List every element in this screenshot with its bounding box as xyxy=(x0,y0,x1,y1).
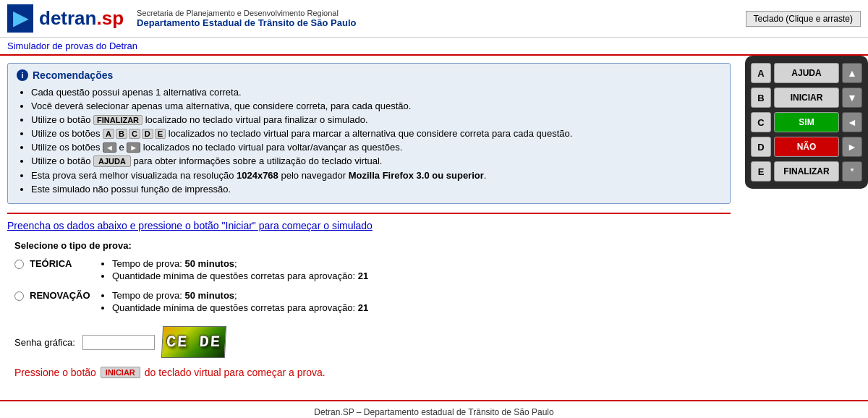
kb-nav-star[interactable]: * xyxy=(842,161,862,182)
senha-row: Senha gráfica: CE DE xyxy=(14,326,723,358)
teorica-detail2: Quantidade mínima de questões corretas p… xyxy=(112,270,368,281)
ajuda-inline-btn: AJUDA xyxy=(93,155,131,167)
teorica-details: Tempo de prova: 50 minutos; Quantidade m… xyxy=(101,258,368,283)
radio-row-teorica: TEÓRICA Tempo de prova: 50 minutos; Quan… xyxy=(14,258,723,283)
main-wrapper: A AJUDA ▲ B INICIAR ▼ C SIM ◄ D NÃO ► E … xyxy=(0,56,868,385)
kb-nao-button[interactable]: NÃO xyxy=(774,137,839,157)
keyboard-hint-label[interactable]: Teclado (Clique e arraste) xyxy=(746,11,861,27)
logo-text: detran.sp xyxy=(39,7,124,30)
kb-nav-left[interactable]: ◄ xyxy=(842,112,862,132)
senha-input[interactable] xyxy=(82,335,155,350)
teorica-detail1: Tempo de prova: 50 minutos; xyxy=(112,258,368,269)
nav-left-inline: ◄ xyxy=(103,142,116,153)
kb-letter-c[interactable]: C xyxy=(751,112,771,132)
start-text2: do teclado virtual para começar a prova. xyxy=(145,367,326,378)
subtitle-line2: Departamento Estadual de Trânsito de São… xyxy=(137,17,356,28)
page-title-link[interactable]: Simulador de provas do Detran xyxy=(7,40,137,51)
rec-item-7: Esta prova será melhor visualizada na re… xyxy=(31,170,721,181)
kb-letter-e[interactable]: E xyxy=(751,161,771,182)
recommendations-title: i Recomendações xyxy=(17,69,721,81)
kb-nav-up[interactable]: ▲ xyxy=(842,63,862,83)
captcha-text: CE DE xyxy=(166,333,221,351)
form-section-title: Preencha os dados abaixo e pressione o b… xyxy=(7,220,731,231)
kb-row-d: D NÃO ► xyxy=(751,137,862,157)
kb-row-b: B INICIAR ▼ xyxy=(751,88,862,108)
kb-letter-d[interactable]: D xyxy=(751,137,771,157)
kb-finalizar-button[interactable]: FINALIZAR xyxy=(774,161,839,182)
form-area: Selecione o tipo de prova: TEÓRICA Tempo… xyxy=(7,240,731,378)
rec-item-2: Você deverá selecionar apenas uma altern… xyxy=(31,101,721,111)
kb-ajuda-button[interactable]: AJUDA xyxy=(774,63,839,83)
rec-item-3: Utilize o botão FINALIZAR localizado no … xyxy=(31,114,721,125)
rec-item-5: Utilize os botões ◄ e ► localizados no t… xyxy=(31,142,721,153)
info-icon: i xyxy=(17,69,28,81)
iniciar-inline-btn: INICIAR xyxy=(101,367,140,378)
radio-renovacao[interactable] xyxy=(14,291,24,301)
rec-item-4: Utilize os botões ABCDE localizados no t… xyxy=(31,128,721,139)
recommendations-box: i Recomendações Cada questão possui apen… xyxy=(7,63,731,204)
logo-icon: ▶ xyxy=(7,4,33,33)
start-text1: Pressione o botão xyxy=(14,367,96,378)
renovacao-detail2: Quantidade mínima de questões corretas p… xyxy=(112,302,368,313)
rec-item-6: Utilize o botão AJUDA para obter informa… xyxy=(31,155,721,167)
footer-text: Detran.SP – Departamento estadual de Trâ… xyxy=(314,407,553,417)
virtual-keyboard: A AJUDA ▲ B INICIAR ▼ C SIM ◄ D NÃO ► E … xyxy=(745,56,868,189)
finalizar-inline-btn: FINALIZAR xyxy=(93,115,142,125)
header: ▶ detran.sp Secretaria de Planejamento e… xyxy=(0,0,868,38)
kb-sim-button[interactable]: SIM xyxy=(774,112,839,132)
kb-nav-right[interactable]: ► xyxy=(842,137,862,157)
nav-right-inline: ► xyxy=(127,142,140,153)
page-title-bar: Simulador de provas do Detran xyxy=(0,38,868,56)
radio-teorica[interactable] xyxy=(14,260,24,269)
logo-area: ▶ detran.sp Secretaria de Planejamento e… xyxy=(7,4,356,33)
subtitle-line1: Secretaria de Planejamento e Desenvolvim… xyxy=(137,9,356,17)
select-type-label: Selecione o tipo de prova: xyxy=(14,240,723,251)
abcde-inline-btns: ABCDE xyxy=(103,129,166,139)
renovacao-label: RENOVAÇÃO xyxy=(30,290,95,301)
captcha-image: CE DE xyxy=(161,326,226,358)
kb-iniciar-button[interactable]: INICIAR xyxy=(774,88,839,108)
senha-label: Senha gráfica: xyxy=(14,337,75,348)
kb-row-c: C SIM ◄ xyxy=(751,112,862,132)
kb-letter-b[interactable]: B xyxy=(751,88,771,108)
header-subtitle: Secretaria de Planejamento e Desenvolvim… xyxy=(137,9,356,28)
rec-item-8: Este simulado não possui função de impre… xyxy=(31,184,721,195)
start-message: Pressione o botão INICIAR do teclado vir… xyxy=(14,367,723,378)
radio-row-renovacao: RENOVAÇÃO Tempo de prova: 50 minutos; Qu… xyxy=(14,290,723,315)
kb-row-a: A AJUDA ▲ xyxy=(751,63,862,83)
teorica-label: TEÓRICA xyxy=(30,258,95,269)
renovacao-details: Tempo de prova: 50 minutos; Quantidade m… xyxy=(101,290,368,315)
kb-nav-down[interactable]: ▼ xyxy=(842,88,862,108)
footer: Detran.SP – Departamento estadual de Trâ… xyxy=(0,400,868,418)
kb-letter-a[interactable]: A xyxy=(751,63,771,83)
recommendations-list: Cada questão possui apenas 1 alternativa… xyxy=(17,87,721,195)
section-divider xyxy=(7,213,731,214)
renovacao-detail1: Tempo de prova: 50 minutos; xyxy=(112,290,368,301)
rec-item-1: Cada questão possui apenas 1 alternativa… xyxy=(31,87,721,98)
kb-row-e: E FINALIZAR * xyxy=(751,161,862,182)
